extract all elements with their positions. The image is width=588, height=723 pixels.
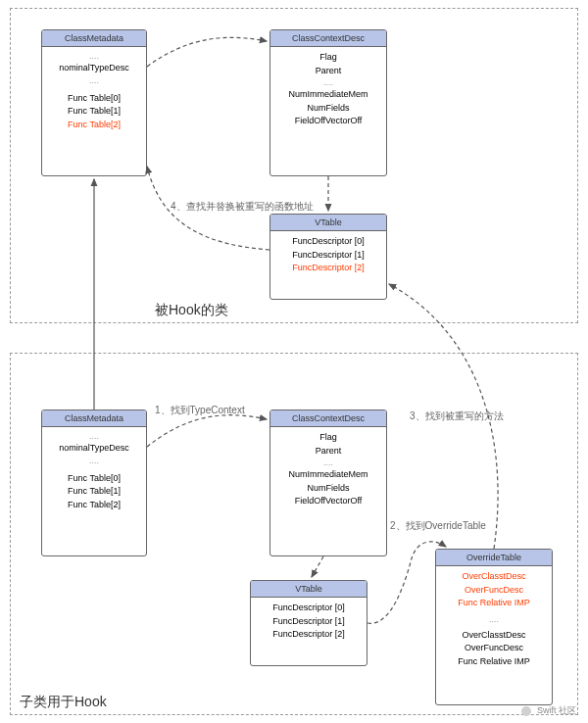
bottom-func0: Func Table[0]	[44, 472, 144, 486]
footer-text: Swift 社区	[537, 705, 576, 715]
bottom-fd2: FuncDescriptor [2]	[253, 628, 365, 642]
bottom-fd1: FuncDescriptor [1]	[253, 615, 365, 629]
bottom-cm-title: ClassMetadata	[42, 410, 146, 427]
bottom-ot-ofd-hi: OverFuncDesc	[438, 584, 550, 598]
top-func2: Func Table[2]	[44, 119, 144, 132]
top-ccd-num-immediate: NumImmediateMem	[272, 88, 384, 102]
annotation-3: 3、找到被重写的方法	[410, 410, 504, 423]
bottom-ccd-field-off: FieldOffVectorOff	[272, 495, 384, 508]
top-ccd-title: ClassContextDesc	[270, 30, 386, 47]
top-class-metadata-box: ClassMetadata .... nominalTypeDesc .... …	[41, 29, 147, 176]
bottom-fd0: FuncDescriptor [0]	[253, 602, 365, 615]
annotation-4: 4、查找并替换被重写的函数地址	[171, 200, 314, 214]
top-class-metadata-title: ClassMetadata	[42, 30, 146, 47]
bottom-func2: Func Table[2]	[44, 499, 144, 512]
bottom-vtable-title: VTable	[251, 581, 367, 598]
top-ccd-flag: Flag	[272, 51, 384, 65]
bottom-ccd-num-fields: NumFields	[272, 482, 384, 496]
bottom-ot-fri: Func Relative IMP	[438, 655, 550, 669]
bottom-vtable-box: VTable FuncDescriptor [0] FuncDescriptor…	[250, 580, 368, 666]
bottom-ot-ocd: OverClasstDesc	[438, 629, 550, 643]
top-ccd-num-fields: NumFields	[272, 102, 384, 116]
bottom-class-context-desc-box: ClassContextDesc Flag Parent .... NumImm…	[270, 410, 387, 556]
top-fd1: FuncDescriptor [1]	[272, 249, 384, 263]
bottom-nominal: nominalTypeDesc	[44, 442, 144, 456]
container-hooked-class-label: 被Hook的类	[155, 302, 228, 319]
top-fd0: FuncDescriptor [0]	[272, 235, 384, 249]
footer-icon	[521, 706, 531, 716]
container-subclass-hook-label: 子类用于Hook	[20, 694, 107, 711]
top-func0: Func Table[0]	[44, 92, 144, 106]
annotation-2: 2、找到OverrideTable	[390, 519, 486, 533]
top-ccd-field-off: FieldOffVectorOff	[272, 115, 384, 128]
bottom-ot-ocd-hi: OverClasstDesc	[438, 570, 550, 584]
bottom-class-metadata-box: ClassMetadata .... nominalTypeDesc .... …	[41, 410, 147, 556]
bottom-ccd-num-immediate: NumImmediateMem	[272, 468, 384, 482]
bottom-ccd-title: ClassContextDesc	[270, 410, 386, 427]
top-vtable-box: VTable FuncDescriptor [0] FuncDescriptor…	[270, 214, 387, 300]
top-nominal: nominalTypeDesc	[44, 62, 144, 75]
top-ccd-parent: Parent	[272, 65, 384, 78]
bottom-override-table-box: OverrideTable OverClasstDesc OverFuncDes…	[435, 549, 553, 705]
bottom-func1: Func Table[1]	[44, 485, 144, 499]
bottom-ot-title: OverrideTable	[436, 550, 552, 566]
top-class-context-desc-box: ClassContextDesc Flag Parent .... NumImm…	[270, 29, 387, 176]
top-fd2: FuncDescriptor [2]	[272, 262, 384, 275]
bottom-ccd-flag: Flag	[272, 431, 384, 445]
annotation-1: 1、找到TypeContext	[155, 404, 245, 417]
top-func1: Func Table[1]	[44, 105, 144, 119]
top-vtable-title: VTable	[270, 215, 386, 231]
bottom-ot-ofd: OverFuncDesc	[438, 642, 550, 655]
bottom-ot-fri-hi: Func Relative IMP	[438, 597, 550, 610]
bottom-ccd-parent: Parent	[272, 445, 384, 458]
footer-credit: Swift 社区	[521, 704, 576, 717]
